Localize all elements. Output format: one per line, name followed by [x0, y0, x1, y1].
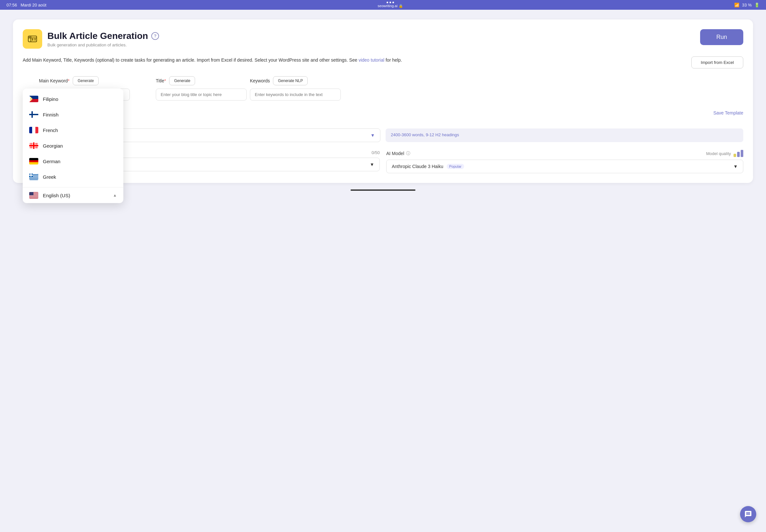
- wifi-icon: 📶: [734, 3, 739, 7]
- chevron-down-tone-icon: ▼: [370, 162, 374, 167]
- article-size-section: Article size Medium ▼ 2400-3600 words, 9…: [23, 121, 743, 142]
- selected-language-bar[interactable]: English (US) ▲: [23, 187, 123, 203]
- chevron-down-ai-icon: ▼: [733, 164, 738, 169]
- ai-model-section: AI Model ⓘ Model quality: [386, 150, 743, 173]
- generate-title-button[interactable]: Generate: [169, 76, 195, 85]
- language-name-greek: Greek: [43, 174, 56, 180]
- scroll-indicator: [350, 189, 416, 191]
- svg-rect-19: [29, 127, 32, 133]
- svg-rect-62: [29, 198, 38, 199]
- svg-rect-44: [29, 177, 38, 178]
- dropdown-item-greek[interactable]: Greek: [23, 169, 123, 185]
- quality-bars: [734, 150, 743, 157]
- description-text: Add Main Keyword, Title, Keywords (optio…: [23, 56, 402, 64]
- selected-language-name: English (US): [43, 193, 70, 198]
- language-name-finnish: Finnish: [43, 112, 58, 117]
- svg-rect-37: [29, 158, 38, 160]
- svg-rect-39: [29, 162, 38, 164]
- svg-point-3: [29, 37, 30, 38]
- app-container: Bulk Article Generation ? Bulk generatio…: [0, 10, 766, 532]
- page-title: Bulk Article Generation: [47, 31, 148, 41]
- svg-point-14: [30, 100, 31, 101]
- chevron-up-icon: ▲: [113, 193, 117, 198]
- keywords-input[interactable]: [250, 89, 341, 101]
- char-count: 0/50: [371, 150, 380, 155]
- generate-keyword-button[interactable]: Generate: [73, 76, 99, 85]
- ai-model-label: AI Model ⓘ: [386, 151, 410, 156]
- popular-badge: Popular: [447, 164, 464, 169]
- flag-finnish: [29, 111, 38, 118]
- flag-greek: [29, 174, 38, 180]
- svg-rect-59: [29, 197, 38, 197]
- keywords-label: Keywords: [250, 78, 270, 83]
- battery-icon: 🔋: [754, 3, 760, 7]
- title-input[interactable]: [156, 89, 247, 101]
- quality-bar-mid: [737, 152, 740, 157]
- settings-section: Save Template Article size Medium ▼ 2400…: [23, 110, 743, 173]
- ai-model-label-row: AI Model ⓘ Model quality: [386, 150, 743, 157]
- language-name-german: German: [43, 159, 60, 164]
- language-dropdown: Filipino Finnish: [23, 89, 123, 203]
- description-row: Add Main Keyword, Title, Keywords (optio…: [23, 56, 743, 68]
- ai-model-help-icon: ⓘ: [406, 151, 410, 156]
- dropdown-item-german[interactable]: German: [23, 153, 123, 169]
- language-name-georgian: Georgian: [43, 143, 63, 149]
- card-header: Bulk Article Generation ? Bulk generatio…: [23, 29, 743, 49]
- dropdown-item-filipino[interactable]: Filipino: [23, 91, 123, 107]
- svg-rect-58: [29, 196, 38, 197]
- status-center: seowriting.ai 🔒: [378, 2, 403, 8]
- svg-rect-60: [29, 197, 38, 198]
- words-hint: 2400-3600 words, 9-12 H2 headings: [386, 128, 743, 142]
- svg-rect-57: [29, 196, 38, 196]
- status-right: 📶 33 % 🔋: [734, 3, 760, 7]
- dropdown-item-georgian[interactable]: Georgian: [23, 138, 123, 153]
- generate-nlp-button[interactable]: Generate NLP: [273, 76, 308, 85]
- chat-bubble-button[interactable]: [740, 506, 756, 522]
- flag-french: [29, 127, 38, 133]
- main-card: Bulk Article Generation ? Bulk generatio…: [13, 19, 753, 183]
- dropdown-item-french[interactable]: French: [23, 122, 123, 138]
- svg-point-13: [30, 97, 31, 98]
- video-tutorial-link[interactable]: video tutorial: [359, 57, 384, 63]
- svg-rect-48: [29, 175, 33, 176]
- status-time: 07:56 Mardi 20 août: [6, 3, 46, 7]
- input-section: 1: [23, 89, 743, 101]
- main-keyword-label: Main Keyword*: [39, 78, 69, 83]
- flag-georgian: [29, 142, 38, 149]
- svg-rect-20: [32, 127, 35, 133]
- header-subtitle: Bulk generation and publication of artic…: [47, 42, 159, 47]
- flag-german: [29, 158, 38, 164]
- svg-rect-61: [29, 198, 38, 198]
- language-name-french: French: [43, 127, 58, 133]
- header-title: Bulk Article Generation ? Bulk generatio…: [47, 31, 159, 47]
- app-icon: [23, 29, 42, 49]
- dropdown-items-list: Filipino Finnish: [23, 89, 123, 187]
- article-size-row: Medium ▼ 2400-3600 words, 9-12 H2 headin…: [23, 128, 743, 142]
- language-name-filipino: Filipino: [43, 96, 58, 102]
- ai-model-select[interactable]: Anthropic Claude 3 Haiku Popular ▼: [386, 160, 743, 173]
- table-row: 1: [23, 89, 743, 101]
- quality-bar-low: [734, 154, 736, 157]
- import-excel-button[interactable]: Import from Excel: [691, 56, 743, 68]
- save-template-link[interactable]: Save Template: [23, 110, 743, 115]
- flag-us: [29, 192, 38, 199]
- article-size-label: Article size: [23, 121, 743, 126]
- status-bar: 07:56 Mardi 20 août seowriting.ai 🔒 📶 33…: [0, 0, 766, 10]
- table-header: Main Keyword* Generate Title* Generate K…: [23, 76, 743, 85]
- svg-rect-21: [35, 127, 38, 133]
- chevron-down-icon: ▼: [370, 133, 375, 138]
- flag-filipino: [29, 96, 38, 102]
- bottom-row: Tone of voice 0/50 Friendly ▼ AI Model ⓘ: [23, 150, 743, 173]
- help-icon[interactable]: ?: [151, 32, 159, 40]
- dropdown-item-finnish[interactable]: Finnish: [23, 107, 123, 122]
- svg-rect-18: [29, 114, 38, 115]
- svg-point-15: [32, 99, 33, 100]
- svg-rect-24: [29, 145, 38, 146]
- model-quality-area: Model quality: [706, 150, 743, 157]
- svg-rect-63: [29, 192, 33, 195]
- url-bar: seowriting.ai 🔒: [378, 4, 403, 8]
- run-button[interactable]: Run: [700, 29, 743, 45]
- svg-point-5: [34, 39, 36, 41]
- quality-bar-high: [741, 150, 743, 157]
- battery-label: 33 %: [742, 3, 752, 7]
